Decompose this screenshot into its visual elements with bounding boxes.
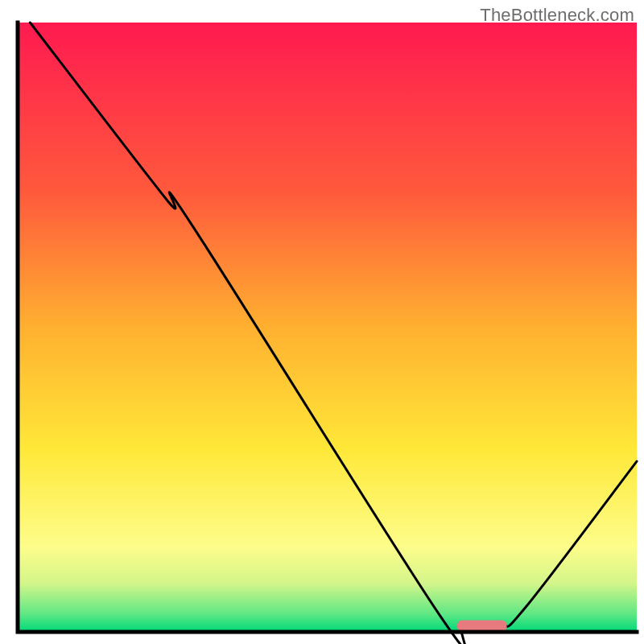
bottleneck-chart [0,0,644,644]
plot-background [18,23,637,632]
chart-container: TheBottleneck.com [0,0,644,644]
watermark-text: TheBottleneck.com [480,5,634,26]
optimal-marker [457,620,507,631]
